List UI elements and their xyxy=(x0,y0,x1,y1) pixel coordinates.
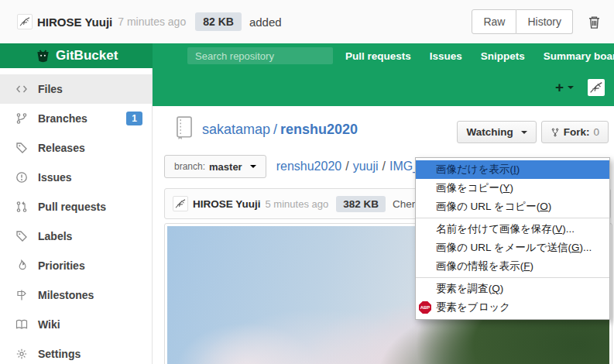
file-commit-author: HIROSE Yuuji xyxy=(193,198,261,210)
breadcrumb-repo-link[interactable]: renshu2020 xyxy=(276,160,342,173)
tag-icon xyxy=(15,142,28,154)
sidebar-item-files[interactable]: Files xyxy=(0,74,152,104)
menu-item-save-image-as[interactable]: 名前を付けて画像を保存(V)... xyxy=(416,220,609,239)
milestone-icon xyxy=(15,289,28,301)
branch-row: branch: master renshu2020/yuuji/IMG_2020 xyxy=(164,155,448,178)
nav-snippets[interactable]: Snippets xyxy=(481,50,525,62)
sidebar-item-issues[interactable]: Issues xyxy=(0,163,152,192)
code-icon xyxy=(15,83,28,95)
repo-header: sakatamap/renshu2020 xyxy=(174,114,358,140)
gitbucket-home-link[interactable]: GitBucket xyxy=(0,43,153,68)
gear-icon xyxy=(15,348,28,360)
issue-icon xyxy=(15,171,28,184)
commit-bar: HIROSE Yuuji 7 minutes ago 82 KB added R… xyxy=(0,0,614,43)
repo-title: sakatamap/renshu2020 xyxy=(202,122,358,138)
sidebar-item-labels[interactable]: Labels xyxy=(0,221,152,251)
commit-author: HIROSE Yuuji xyxy=(37,15,112,29)
sidebar-item-wiki[interactable]: Wiki xyxy=(0,310,152,339)
chevron-down-icon xyxy=(568,86,574,92)
menu-item-copy-image[interactable]: 画像をコピー(Y) xyxy=(416,179,609,197)
subheader: + xyxy=(153,68,614,106)
brand-label: GitBucket xyxy=(56,48,118,64)
book-icon xyxy=(15,318,28,331)
git-branch-icon xyxy=(15,112,28,125)
context-menu: 画像だけを表示(I) 画像をコピー(Y) 画像の URL をコピー(O) 名前を… xyxy=(415,157,610,320)
fork-icon xyxy=(551,127,560,138)
menu-item-inspect-element[interactable]: 要素を調査(Q) xyxy=(416,280,609,298)
nav-pull-requests[interactable]: Pull requests xyxy=(345,50,411,62)
file-size-badge: 82 KB xyxy=(195,12,242,31)
file-actions: Raw History xyxy=(472,9,573,34)
branch-selector[interactable]: branch: master xyxy=(164,155,266,178)
adblock-plus-icon: ABP xyxy=(419,301,431,314)
file-size-badge: 382 KB xyxy=(336,196,386,212)
commit-message: added xyxy=(249,15,282,29)
history-button[interactable]: History xyxy=(516,9,573,34)
pull-request-icon xyxy=(15,201,28,213)
watching-button[interactable]: Watching xyxy=(457,121,536,143)
author-avatar xyxy=(173,196,188,211)
menu-separator xyxy=(416,277,609,278)
menu-item-view-image-only[interactable]: 画像だけを表示(I) xyxy=(416,160,609,179)
repo-name-link[interactable]: renshu2020 xyxy=(280,122,358,137)
commit-time: 7 minutes ago xyxy=(118,15,186,28)
navbar: GitBucket Pull requests Issues Snippets … xyxy=(0,43,614,68)
nav-summary-board[interactable]: Summary board xyxy=(544,50,614,62)
nav-issues[interactable]: Issues xyxy=(430,50,462,62)
sidebar-item-releases[interactable]: Releases xyxy=(0,133,152,163)
repo-owner-link[interactable]: sakatamap xyxy=(202,122,270,137)
sidebar-item-priorities[interactable]: Priorities xyxy=(0,251,152,280)
author-avatar xyxy=(17,14,33,29)
chevron-down-icon xyxy=(250,165,256,171)
label-icon xyxy=(15,230,28,242)
page: { "colors": { "nav_green": "#16a062", "b… xyxy=(0,0,614,364)
sidebar-item-milestones[interactable]: Milestones xyxy=(0,280,152,310)
create-new-button[interactable]: + xyxy=(555,79,574,96)
menu-item-copy-image-url[interactable]: 画像の URL をコピー(O) xyxy=(416,197,609,216)
menu-item-email-image-url[interactable]: 画像の URL をメールで送信(G)... xyxy=(416,239,609,257)
breadcrumb-folder-link[interactable]: yuuji xyxy=(353,160,379,173)
sidebar-item-pull-requests[interactable]: Pull requests xyxy=(0,192,152,221)
fork-count: 0 xyxy=(593,126,599,138)
chevron-down-icon xyxy=(521,131,527,137)
repo-actions: Watching Fork:0 xyxy=(457,121,609,143)
menu-separator xyxy=(416,218,609,218)
nav-links: Pull requests Issues Snippets Summary bo… xyxy=(345,50,614,62)
branches-count-badge: 1 xyxy=(126,112,142,125)
repo-book-icon xyxy=(174,115,194,140)
sidebar-item-branches[interactable]: Branches 1 xyxy=(0,104,152,133)
sidebar-item-settings[interactable]: Settings xyxy=(0,339,152,364)
repo-sidebar: Files Branches 1 Releases Issues Pull re… xyxy=(0,68,153,364)
user-avatar[interactable] xyxy=(588,79,605,96)
menu-item-block-element[interactable]: ABP 要素をブロック xyxy=(416,298,609,317)
gitbucket-logo-icon xyxy=(36,49,50,64)
flame-icon xyxy=(15,259,28,272)
delete-file-icon[interactable] xyxy=(587,15,602,29)
fork-button[interactable]: Fork:0 xyxy=(541,121,609,143)
file-commit-time: 5 minutes ago xyxy=(266,198,329,210)
raw-button[interactable]: Raw xyxy=(472,9,516,34)
search-input[interactable] xyxy=(187,47,333,64)
menu-item-view-image-info[interactable]: 画像の情報を表示(F) xyxy=(416,257,609,276)
